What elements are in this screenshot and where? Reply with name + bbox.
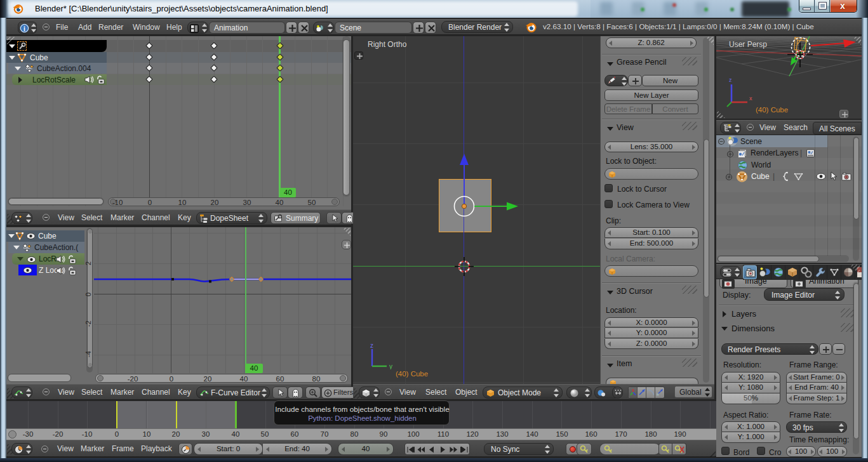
svg-text:y: y (389, 363, 392, 369)
svg-text:z: z (729, 77, 732, 83)
svg-text:z: z (370, 344, 373, 349)
svg-text:x: x (749, 95, 752, 102)
